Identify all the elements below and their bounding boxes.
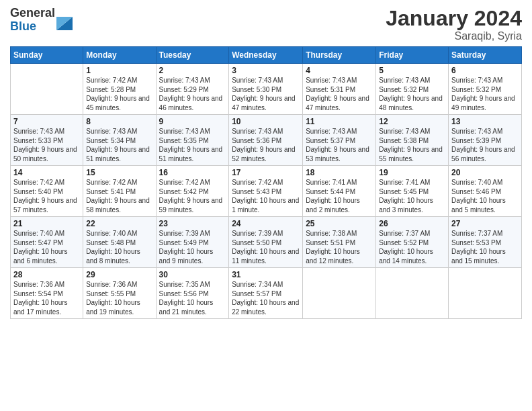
day-info: Sunrise: 7:43 AMSunset: 5:38 PMDaylight:… [379, 127, 445, 163]
table-cell: 29Sunrise: 7:36 AMSunset: 5:55 PMDayligh… [83, 268, 156, 319]
day-info: Sunrise: 7:43 AMSunset: 5:36 PMDaylight:… [232, 127, 300, 163]
table-cell: 2Sunrise: 7:43 AMSunset: 5:29 PMDaylight… [156, 64, 229, 115]
day-info: Sunrise: 7:40 AMSunset: 5:48 PMDaylight:… [86, 229, 152, 265]
table-cell: 23Sunrise: 7:39 AMSunset: 5:49 PMDayligh… [156, 217, 229, 268]
day-info: Sunrise: 7:42 AMSunset: 5:41 PMDaylight:… [86, 178, 152, 214]
day-number: 29 [86, 270, 152, 279]
day-number: 10 [232, 117, 300, 126]
day-number: 7 [13, 117, 80, 126]
logo: General Blue [10, 7, 73, 34]
day-number: 12 [379, 117, 445, 126]
table-cell: 28Sunrise: 7:36 AMSunset: 5:54 PMDayligh… [11, 268, 83, 319]
day-info: Sunrise: 7:39 AMSunset: 5:50 PMDaylight:… [232, 229, 300, 265]
table-cell: 30Sunrise: 7:35 AMSunset: 5:56 PMDayligh… [156, 268, 229, 319]
table-cell: 16Sunrise: 7:42 AMSunset: 5:42 PMDayligh… [156, 166, 229, 217]
day-number: 27 [451, 219, 519, 228]
table-cell: 1Sunrise: 7:42 AMSunset: 5:28 PMDaylight… [83, 64, 156, 115]
day-info: Sunrise: 7:43 AMSunset: 5:35 PMDaylight:… [159, 127, 226, 163]
day-info: Sunrise: 7:37 AMSunset: 5:52 PMDaylight:… [379, 229, 445, 265]
day-info: Sunrise: 7:43 AMSunset: 5:30 PMDaylight:… [232, 76, 300, 112]
day-info: Sunrise: 7:37 AMSunset: 5:53 PMDaylight:… [451, 229, 519, 265]
day-number: 1 [86, 66, 152, 75]
table-cell: 22Sunrise: 7:40 AMSunset: 5:48 PMDayligh… [83, 217, 156, 268]
day-info: Sunrise: 7:43 AMSunset: 5:37 PMDaylight:… [306, 127, 373, 163]
table-cell: 10Sunrise: 7:43 AMSunset: 5:36 PMDayligh… [229, 115, 303, 166]
day-info: Sunrise: 7:42 AMSunset: 5:43 PMDaylight:… [232, 178, 300, 214]
day-info: Sunrise: 7:43 AMSunset: 5:34 PMDaylight:… [86, 127, 152, 163]
logo-text: General Blue [10, 7, 55, 34]
day-number: 16 [159, 168, 226, 177]
table-cell: 13Sunrise: 7:43 AMSunset: 5:39 PMDayligh… [449, 115, 522, 166]
table-cell [11, 64, 83, 115]
table-cell: 5Sunrise: 7:43 AMSunset: 5:32 PMDaylight… [376, 64, 449, 115]
day-number: 4 [306, 66, 373, 75]
page: General Blue January 2024 Saraqib, Syria… [0, 0, 532, 411]
day-number: 21 [13, 219, 80, 228]
calendar-table: SundayMondayTuesdayWednesdayThursdayFrid… [10, 46, 522, 319]
table-cell: 31Sunrise: 7:34 AMSunset: 5:57 PMDayligh… [229, 268, 303, 319]
table-cell: 14Sunrise: 7:42 AMSunset: 5:40 PMDayligh… [11, 166, 83, 217]
day-number: 26 [379, 219, 445, 228]
table-cell: 27Sunrise: 7:37 AMSunset: 5:53 PMDayligh… [449, 217, 522, 268]
table-cell: 7Sunrise: 7:43 AMSunset: 5:33 PMDaylight… [11, 115, 83, 166]
weekday-header-saturday: Saturday [449, 47, 522, 64]
day-number: 11 [306, 117, 373, 126]
table-cell: 8Sunrise: 7:43 AMSunset: 5:34 PMDaylight… [83, 115, 156, 166]
table-cell: 15Sunrise: 7:42 AMSunset: 5:41 PMDayligh… [83, 166, 156, 217]
day-info: Sunrise: 7:41 AMSunset: 5:45 PMDaylight:… [379, 178, 445, 214]
day-number: 28 [13, 270, 80, 279]
day-number: 3 [232, 66, 300, 75]
day-number: 24 [232, 219, 300, 228]
weekday-header-wednesday: Wednesday [229, 47, 303, 64]
table-cell: 12Sunrise: 7:43 AMSunset: 5:38 PMDayligh… [376, 115, 449, 166]
day-info: Sunrise: 7:35 AMSunset: 5:56 PMDaylight:… [159, 280, 226, 316]
day-number: 30 [159, 270, 226, 279]
table-cell: 24Sunrise: 7:39 AMSunset: 5:50 PMDayligh… [229, 217, 303, 268]
day-info: Sunrise: 7:42 AMSunset: 5:28 PMDaylight:… [86, 76, 152, 112]
week-row-5: 28Sunrise: 7:36 AMSunset: 5:54 PMDayligh… [11, 268, 522, 319]
day-info: Sunrise: 7:43 AMSunset: 5:32 PMDaylight:… [451, 76, 519, 112]
day-info: Sunrise: 7:36 AMSunset: 5:55 PMDaylight:… [86, 280, 152, 316]
table-cell: 20Sunrise: 7:40 AMSunset: 5:46 PMDayligh… [449, 166, 522, 217]
day-info: Sunrise: 7:40 AMSunset: 5:47 PMDaylight:… [13, 229, 80, 265]
day-number: 6 [451, 66, 519, 75]
table-cell: 17Sunrise: 7:42 AMSunset: 5:43 PMDayligh… [229, 166, 303, 217]
day-info: Sunrise: 7:43 AMSunset: 5:39 PMDaylight:… [451, 127, 519, 163]
day-number: 18 [306, 168, 373, 177]
week-row-4: 21Sunrise: 7:40 AMSunset: 5:47 PMDayligh… [11, 217, 522, 268]
day-info: Sunrise: 7:43 AMSunset: 5:31 PMDaylight:… [306, 76, 373, 112]
weekday-header-sunday: Sunday [11, 47, 83, 64]
day-info: Sunrise: 7:43 AMSunset: 5:33 PMDaylight:… [13, 127, 80, 163]
week-row-1: 1Sunrise: 7:42 AMSunset: 5:28 PMDaylight… [11, 64, 522, 115]
weekday-header-monday: Monday [83, 47, 156, 64]
day-info: Sunrise: 7:43 AMSunset: 5:32 PMDaylight:… [379, 76, 445, 112]
day-info: Sunrise: 7:38 AMSunset: 5:51 PMDaylight:… [306, 229, 373, 265]
day-info: Sunrise: 7:42 AMSunset: 5:42 PMDaylight:… [159, 178, 226, 214]
day-info: Sunrise: 7:41 AMSunset: 5:44 PMDaylight:… [306, 178, 373, 214]
day-number: 25 [306, 219, 373, 228]
day-number: 14 [13, 168, 80, 177]
day-number: 23 [159, 219, 226, 228]
location: Saraqib, Syria [386, 30, 522, 42]
day-number: 20 [451, 168, 519, 177]
weekday-header-thursday: Thursday [303, 47, 376, 64]
day-number: 2 [159, 66, 226, 75]
table-cell: 21Sunrise: 7:40 AMSunset: 5:47 PMDayligh… [11, 217, 83, 268]
table-cell: 11Sunrise: 7:43 AMSunset: 5:37 PMDayligh… [303, 115, 376, 166]
day-info: Sunrise: 7:34 AMSunset: 5:57 PMDaylight:… [232, 280, 300, 316]
table-cell: 26Sunrise: 7:37 AMSunset: 5:52 PMDayligh… [376, 217, 449, 268]
day-info: Sunrise: 7:36 AMSunset: 5:54 PMDaylight:… [13, 280, 80, 316]
table-cell [449, 268, 522, 319]
weekday-header-tuesday: Tuesday [156, 47, 229, 64]
month-title: January 2024 [386, 7, 522, 30]
week-row-2: 7Sunrise: 7:43 AMSunset: 5:33 PMDaylight… [11, 115, 522, 166]
weekday-header-friday: Friday [376, 47, 449, 64]
day-info: Sunrise: 7:43 AMSunset: 5:29 PMDaylight:… [159, 76, 226, 112]
table-cell: 6Sunrise: 7:43 AMSunset: 5:32 PMDaylight… [449, 64, 522, 115]
logo-blue: Blue [10, 20, 55, 34]
day-number: 31 [232, 270, 300, 279]
title-block: January 2024 Saraqib, Syria [386, 7, 522, 42]
day-number: 15 [86, 168, 152, 177]
weekday-header-row: SundayMondayTuesdayWednesdayThursdayFrid… [11, 47, 522, 64]
day-number: 13 [451, 117, 519, 126]
